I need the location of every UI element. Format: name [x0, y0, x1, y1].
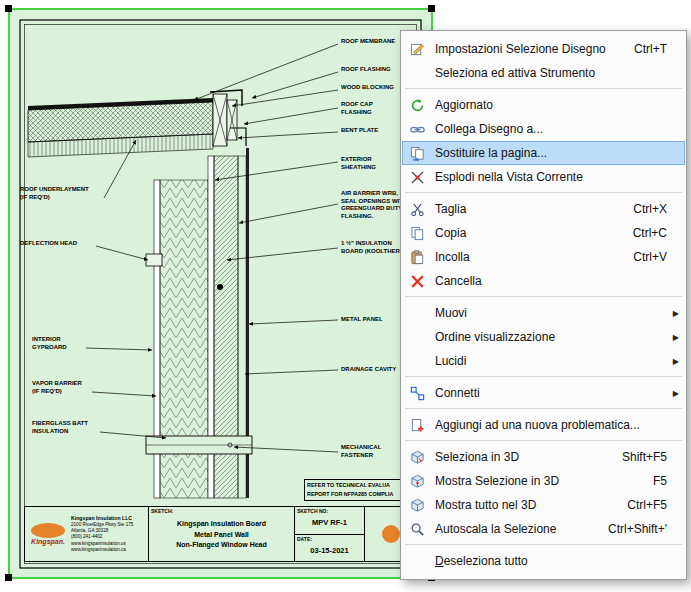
callout-drainage-cavity: DRAINAGE CAVITY [341, 366, 396, 374]
callout-roof-flashing: ROOF FLASHING [341, 66, 391, 74]
context-menu: Impostazioni Selezione Disegno Ctrl+T Se… [400, 30, 687, 580]
sketch-number-cell: SKETCH NO: MPV RF-1 [295, 507, 364, 535]
callout-wood-blocking: WOOD BLOCKING [341, 84, 394, 92]
menu-item-taglia[interactable]: Taglia Ctrl+X [402, 197, 685, 221]
submenu-arrow-icon: ▶ [667, 309, 679, 318]
menu-item-seleziona-in-3d[interactable]: Seleziona in 3D Shift+F5 [402, 445, 685, 469]
menu-item-mostra-selezione-in-3d[interactable]: Mostra Selezione in 3D F5 [402, 469, 685, 493]
menu-item-aggiornato[interactable]: Aggiornato [402, 93, 685, 117]
kingspan-logo: Kingspan. [27, 523, 69, 545]
callout-bent-plate: BENT PLATE [341, 127, 378, 135]
menu-separator [405, 376, 682, 377]
menu-separator [405, 408, 682, 409]
selection-handle-bottom-left[interactable] [5, 574, 12, 581]
explode-icon [406, 169, 428, 185]
menu-item-autoscala-selezione[interactable]: Autoscala la Selezione Ctrl+Shift+' [402, 517, 685, 541]
paste-icon [406, 249, 428, 265]
menu-item-impostazioni-selezione-disegno[interactable]: Impostazioni Selezione Disegno Ctrl+T [402, 37, 685, 61]
fit-selection-icon [406, 521, 428, 537]
menu-separator [405, 192, 682, 193]
replace-page-icon [406, 145, 428, 161]
callout-roof-underlayment: ROOF UNDERLAYMENT (IF REQ'D) [20, 186, 89, 201]
menu-item-esplodi-vista-corrente[interactable]: Esplodi nella Vista Corrente [402, 165, 685, 189]
kingspan-badge-icon [382, 525, 400, 543]
date-value: 03-15-2021 [295, 546, 364, 555]
menu-item-cancella[interactable]: Cancella [402, 269, 685, 293]
selection-handle-top-right[interactable] [428, 5, 435, 12]
date-cell: DATE: 03-15-2021 [295, 535, 364, 562]
title-block-sketch-cell: SKETCH: Kingspan Insulation Board Metal … [149, 507, 295, 561]
callout-insulation-board: 1 ½" INSULATION BOARD (KOOLTHERM [341, 240, 405, 255]
show-all-3d-icon [406, 497, 428, 513]
callout-deflection-head: DEFLECTION HEAD [20, 240, 77, 248]
callout-interior-gypboard: INTERIOR GYPBOARD [32, 336, 67, 351]
menu-item-copia[interactable]: Copia Ctrl+C [402, 221, 685, 245]
drawing-settings-icon [406, 41, 428, 57]
callout-air-barrier: AIR BARRIER WRB, SEAL OPENINGS WITH GREE… [341, 190, 407, 220]
cut-icon [406, 201, 428, 217]
submenu-arrow-icon: ▶ [667, 389, 679, 398]
select-3d-icon [406, 449, 428, 465]
menu-item-connetti[interactable]: Connetti ▶ [402, 381, 685, 405]
callout-fiberglass-batt: FIBERGLASS BATT INSULATION [32, 420, 88, 435]
connect-icon [406, 385, 428, 401]
kingspan-logo-mark [31, 523, 65, 538]
refresh-icon [406, 97, 428, 113]
submenu-arrow-icon: ▶ [667, 333, 679, 342]
menu-item-muovi[interactable]: Muovi ▶ [402, 301, 685, 325]
company-address: 2100 RiverEdge Pkwy Ste 175 Atlanta, GA … [71, 522, 133, 553]
menu-separator [405, 440, 682, 441]
menu-item-incolla[interactable]: Incolla Ctrl+V [402, 245, 685, 269]
menu-item-seleziona-ed-attiva-strumento[interactable]: Seleziona ed attiva Strumento [402, 61, 685, 85]
callout-exterior-sheathing: EXTERIOR SHEATHING [341, 156, 376, 171]
company-info: Kingspan Insulation LLC 2100 RiverEdge P… [71, 515, 133, 553]
submenu-arrow-icon: ▶ [667, 357, 679, 366]
company-name: Kingspan Insulation LLC [71, 515, 133, 522]
callout-vapor-barrier: VAPOR BARRIER (IF REQ'D) [32, 380, 82, 395]
title-block-company-cell: Kingspan. Kingspan Insulation LLC 2100 R… [25, 507, 149, 561]
sketch-no-value: MPV RF-1 [295, 518, 364, 527]
add-issue-icon [406, 417, 428, 433]
date-label: DATE: [297, 536, 312, 542]
title-block: Kingspan. Kingspan Insulation LLC 2100 R… [24, 506, 417, 562]
delete-icon [406, 273, 428, 289]
menu-item-collega-disegno[interactable]: Collega Disegno a... [402, 117, 685, 141]
menu-item-lucidi[interactable]: Lucidi ▶ [402, 349, 685, 373]
callout-roof-cap-flashing: ROOF CAP FLASHING [341, 101, 373, 116]
kingspan-logo-text: Kingspan. [27, 538, 69, 545]
menu-separator [405, 296, 682, 297]
sketch-title: Kingspan Insulation Board Metal Panel Wa… [149, 519, 294, 551]
title-block-number-date-cell: SKETCH NO: MPV RF-1 DATE: 03-15-2021 [295, 507, 365, 561]
drawing-sheet[interactable]: ROOF MEMBRANE ROOF FLASHING WOOD BLOCKIN… [8, 8, 433, 579]
callout-mechanical-fastener: MECHANICAL FASTENER [341, 444, 381, 459]
copy-icon [406, 225, 428, 241]
link-icon [406, 121, 428, 137]
show-selection-3d-icon [406, 473, 428, 489]
selection-handle-top-left[interactable] [5, 5, 12, 12]
application-canvas: ROOF MEMBRANE ROOF FLASHING WOOD BLOCKIN… [0, 0, 691, 592]
menu-item-mostra-tutto-nel-3d[interactable]: Mostra tutto nel 3D Ctrl+F5 [402, 493, 685, 517]
menu-item-deseleziona-tutto[interactable]: Deseleziona tutto [402, 549, 685, 573]
menu-item-sostituire-la-pagina[interactable]: Sostituire la pagina... [402, 141, 685, 165]
menu-item-ordine-visualizzazione[interactable]: Ordine visualizzazione ▶ [402, 325, 685, 349]
menu-separator [405, 544, 682, 545]
callout-metal-panel: METAL PANEL [341, 316, 383, 324]
sketch-label: SKETCH: [151, 508, 173, 514]
sketch-no-label: SKETCH NO: [297, 508, 328, 514]
menu-separator [405, 88, 682, 89]
menu-item-aggiungi-problematica[interactable]: Aggiungi ad una nuova problematica... [402, 413, 685, 437]
callout-roof-membrane: ROOF MEMBRANE [341, 38, 395, 46]
